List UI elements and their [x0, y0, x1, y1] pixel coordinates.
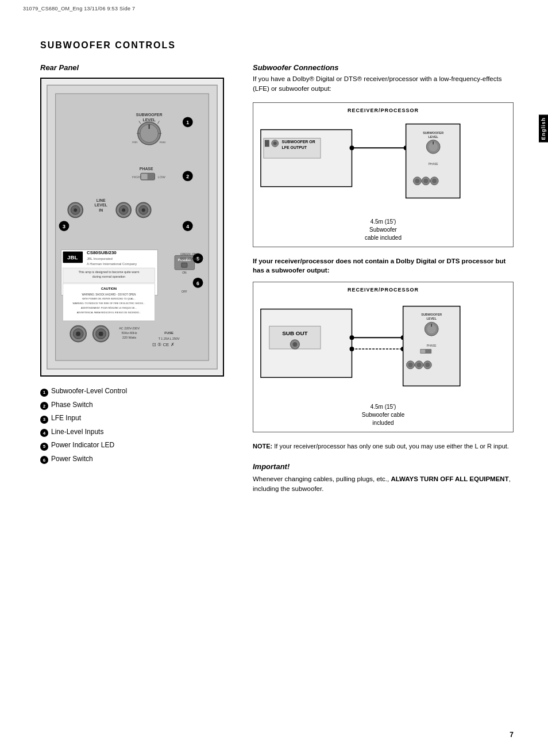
- list-item-3: 3 LFE Input: [40, 414, 236, 423]
- list-item-2: 2 Phase Switch: [40, 401, 236, 410]
- num-badge-5: 5: [40, 443, 48, 451]
- svg-text:PHASE: PHASE: [140, 167, 153, 171]
- receiver-label-2: RECEIVER/PROCESSOR: [258, 287, 508, 293]
- important-section: Important! Whenever changing cables, pul…: [253, 462, 514, 494]
- note-body: If your receiver/processor has only one …: [272, 443, 509, 450]
- svg-point-57: [76, 332, 80, 336]
- svg-text:FUSE: FUSE: [164, 331, 173, 335]
- svg-point-28: [74, 208, 77, 212]
- list-item-4: 4 Line-Level Inputs: [40, 428, 236, 437]
- english-tab: English: [539, 115, 548, 143]
- svg-point-108: [350, 335, 354, 340]
- svg-text:min: min: [132, 140, 138, 144]
- connection-diagram-2: RECEIVER/PROCESSOR SUB OUT: [253, 282, 514, 432]
- svg-text:A Harman International Company: A Harman International Company: [87, 262, 137, 266]
- svg-text:50Hz-60Hz: 50Hz-60Hz: [122, 331, 137, 335]
- num-badge-3: 3: [40, 416, 48, 424]
- svg-text:ADVERTENCIA: PARA REDUCIR EL R: ADVERTENCIA: PARA REDUCIR EL RIESGO DE I…: [77, 311, 141, 314]
- svg-text:LEVEL: LEVEL: [428, 135, 438, 139]
- svg-text:WITH POWER ON. REFER SERVICING: WITH POWER ON. REFER SERVICING TO QUAL..…: [82, 297, 136, 300]
- top-meta-line: 31079_CS680_OM_Eng 13/11/06 9:53 Side 7: [23, 6, 135, 11]
- svg-point-126: [425, 362, 430, 367]
- svg-point-36: [142, 208, 145, 212]
- svg-text:⊡ ⑤ CE ✗: ⊡ ⑤ CE ✗: [152, 342, 175, 347]
- svg-text:max: max: [159, 140, 165, 144]
- svg-point-33: [122, 208, 125, 212]
- svg-point-109: [350, 347, 354, 351]
- component-label-6: Power Switch: [51, 455, 93, 463]
- component-list: 1 Subwoofer-Level Control 2 Phase Switch…: [40, 387, 236, 463]
- svg-text:AVERTISSEMENT: POUR RÉDUIRE LE: AVERTISSEMENT: POUR RÉDUIRE LE RISQUE DE…: [81, 306, 137, 309]
- component-label-5: Power Indicator LED: [51, 441, 114, 449]
- svg-text:PHASE: PHASE: [429, 162, 438, 165]
- num-badge-1: 1: [40, 389, 48, 397]
- page-number: 7: [510, 731, 514, 739]
- svg-text:OFF: OFF: [182, 290, 187, 293]
- list-item-6: 6 Power Switch: [40, 455, 236, 464]
- svg-text:LEVEL: LEVEL: [142, 118, 155, 122]
- svg-rect-120: [420, 350, 425, 353]
- svg-text:RED: STAND-BY: RED: STAND-BY: [180, 258, 202, 260]
- num-badge-4: 4: [40, 429, 48, 437]
- svg-text:SUBWOOFER: SUBWOOFER: [136, 113, 163, 117]
- svg-text:JBL: JBL: [67, 254, 78, 260]
- second-connection-desc: If your receiver/processor does not cont…: [253, 256, 514, 275]
- svg-rect-69: [182, 263, 187, 267]
- svg-text:AC 220V-230V: AC 220V-230V: [119, 327, 140, 330]
- svg-point-86: [350, 145, 354, 150]
- connection-diagram-1: RECEIVER/PROCESSOR SUBWOOFER OR LFE OUTP…: [253, 102, 514, 247]
- svg-text:LFE OUTPUT: LFE OUTPUT: [282, 145, 307, 149]
- svg-point-98: [423, 178, 428, 183]
- svg-text:JBL Incorporated: JBL Incorporated: [87, 257, 113, 260]
- num-badge-6: 6: [40, 456, 48, 464]
- svg-text:SUBWOOFER: SUBWOOFER: [421, 313, 442, 316]
- svg-text:GREEN: ON: GREEN: ON: [180, 253, 196, 256]
- svg-text:LEVEL: LEVEL: [95, 203, 107, 207]
- svg-text:HIGH: HIGH: [132, 175, 141, 179]
- rear-panel-heading: Rear Panel: [40, 63, 236, 72]
- cable-label-1: 4.5m (15')Subwoofercable included: [365, 218, 402, 242]
- svg-text:WARNING: SHOCK HAZARD - DO NOT: WARNING: SHOCK HAZARD - DO NOT OPEN: [82, 293, 136, 296]
- svg-point-124: [416, 362, 421, 367]
- svg-text:220 Watts: 220 Watts: [122, 336, 136, 339]
- svg-rect-19: [141, 174, 148, 179]
- component-label-1: Subwoofer-Level Control: [51, 387, 127, 395]
- svg-point-60: [99, 332, 103, 336]
- num-badge-2: 2: [40, 402, 48, 410]
- note-text: NOTE: If your receiver/processor has onl…: [253, 442, 514, 451]
- svg-text:SUBWOOFER: SUBWOOFER: [423, 131, 443, 135]
- connections-title: Subwoofer Connections: [253, 63, 514, 72]
- connections-desc: If you have a Dolby® Digital or DTS® rec…: [253, 74, 514, 94]
- left-column: Rear Panel SUBWOOFER LEVEL: [40, 63, 236, 468]
- rear-panel-diagram: SUBWOOFER LEVEL min max: [40, 78, 224, 377]
- important-text: Whenever changing cables, pulling plugs,…: [253, 474, 514, 494]
- component-label-4: Line-Level Inputs: [51, 428, 103, 436]
- cable-label-2: 4.5m (15')Subwoofer cableincluded: [362, 403, 405, 427]
- svg-text:LEVEL: LEVEL: [426, 317, 437, 320]
- page-title: SUBWOOFER CONTROLS: [40, 40, 514, 51]
- svg-point-96: [415, 178, 419, 183]
- svg-text:3: 3: [63, 224, 65, 229]
- svg-text:PHASE: PHASE: [427, 344, 437, 347]
- svg-text:SUBWOOFER OR: SUBWOOFER OR: [282, 140, 315, 144]
- svg-text:2: 2: [186, 174, 189, 179]
- svg-text:This amp is designed to become: This amp is designed to become quite war…: [78, 270, 140, 274]
- svg-point-82: [273, 141, 277, 145]
- svg-text:T 1.25A L 250V: T 1.25A L 250V: [159, 337, 180, 340]
- svg-text:ON: ON: [182, 271, 187, 274]
- list-item-1: 1 Subwoofer-Level Control: [40, 387, 236, 396]
- svg-text:LINE: LINE: [97, 198, 106, 202]
- svg-point-122: [408, 362, 413, 367]
- svg-text:1: 1: [186, 120, 189, 125]
- svg-text:CS80SUB/230: CS80SUB/230: [87, 250, 117, 255]
- receiver-label-1: RECEIVER/PROCESSOR: [258, 108, 508, 113]
- svg-text:4: 4: [186, 224, 189, 229]
- svg-text:SUB OUT: SUB OUT: [282, 330, 308, 336]
- svg-text:6: 6: [196, 281, 199, 286]
- svg-point-100: [432, 178, 437, 183]
- svg-text:IN: IN: [99, 208, 103, 212]
- svg-rect-80: [265, 140, 269, 147]
- component-label-3: LFE Input: [51, 414, 81, 422]
- note-label: NOTE:: [253, 443, 272, 450]
- svg-text:during normal operation: during normal operation: [92, 275, 125, 278]
